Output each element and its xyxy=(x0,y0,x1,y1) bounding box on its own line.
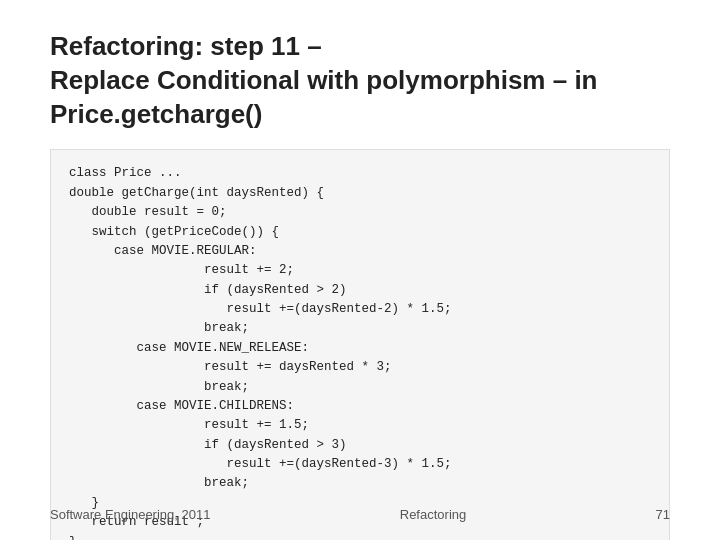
footer-left: Software Engineering, 2011 xyxy=(50,507,210,522)
code-block: class Price ... double getCharge(int day… xyxy=(50,149,670,540)
footer: Software Engineering, 2011 Refactoring 7… xyxy=(0,507,720,522)
title-line2: Replace Conditional with polymorphism – … xyxy=(50,65,598,95)
footer-center: Refactoring xyxy=(400,507,466,522)
title-line3: Price.getcharge() xyxy=(50,99,262,129)
slide-title: Refactoring: step 11 – Replace Condition… xyxy=(50,30,670,131)
title-line1: Refactoring: step 11 – xyxy=(50,31,322,61)
footer-right: 71 xyxy=(656,507,670,522)
slide: Refactoring: step 11 – Replace Condition… xyxy=(0,0,720,540)
